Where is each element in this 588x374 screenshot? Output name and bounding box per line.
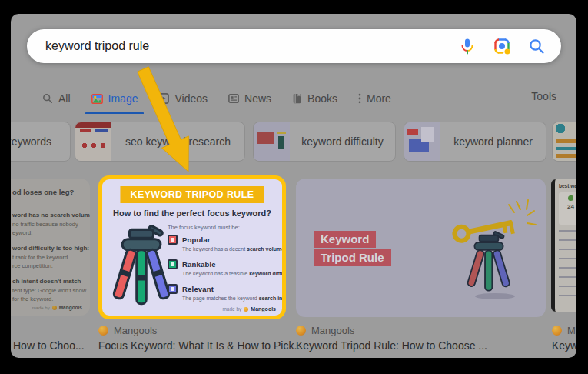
- book-icon: [292, 93, 302, 104]
- bullet-desc: The keyword has a decent search volume.: [182, 246, 282, 252]
- tab-all[interactable]: All: [42, 92, 71, 105]
- credit-prefix: made by: [32, 306, 50, 310]
- text-fragment: tent type: Google won't show: [12, 287, 86, 294]
- three-dots-icon: [358, 93, 361, 104]
- result4-caption-title[interactable]: Keyword Tripod Rule: [552, 339, 576, 352]
- source-name: Mangools: [114, 325, 157, 336]
- keyword-tripod-rule-infographic: KEYWORD TRIPOD RULE How to find the perf…: [102, 179, 282, 316]
- source-name: Mangools: [567, 325, 576, 336]
- play-video-icon: [158, 93, 169, 104]
- tab-books-label: Books: [307, 92, 337, 105]
- result3-source[interactable]: Mangools: [296, 325, 354, 336]
- indigo-square-icon: [168, 284, 178, 294]
- red-title-line2: Tripod Rule: [314, 249, 391, 266]
- tab-image-selected[interactable]: Image: [91, 92, 138, 105]
- desc-bold: search intent.: [259, 296, 282, 301]
- list-lines-art: [559, 230, 576, 304]
- infographic-subtitle: How to find the perfect focus keyword?: [102, 209, 282, 218]
- tab-news[interactable]: News: [228, 92, 271, 105]
- google-lens-camera-icon[interactable]: [492, 36, 512, 56]
- google-image-results-page: All Image Videos New: [11, 14, 576, 358]
- image-result-red-title-card[interactable]: Keyword Tripod Rule: [296, 179, 546, 317]
- image-result-cropped-right[interactable]: best way to 24: [551, 179, 576, 312]
- text-fragment: word difficulty is too high:: [12, 245, 89, 252]
- tab-videos-label: Videos: [174, 92, 208, 105]
- made-by-credit: made by Mangools: [222, 306, 276, 312]
- text-fragment: word has no search volume:: [12, 212, 90, 219]
- search-bar: [27, 29, 561, 63]
- image-result-cropped-left[interactable]: od loses one leg? word has no search vol…: [11, 179, 90, 316]
- text-fragment: ch intent doesn't match: [12, 278, 81, 285]
- stat-value: 24: [559, 203, 576, 210]
- tab-image-label: Image: [108, 92, 138, 105]
- desc-text: The keyword has a feasible: [182, 271, 249, 276]
- search-input[interactable]: [44, 38, 457, 54]
- tabs-divider: [11, 112, 576, 112]
- result4-source[interactable]: Mangools: [552, 325, 576, 336]
- credit-brand: Mangools: [251, 306, 276, 312]
- source-name: Mangools: [311, 325, 354, 336]
- related-chip-cropped[interactable]: [552, 122, 576, 162]
- bullet-relevant: Relevant The page matches the keyword se…: [168, 284, 282, 301]
- result-type-tabs: All Image Videos New: [42, 88, 391, 109]
- text-fragment: no traffic because nobody: [12, 221, 78, 228]
- bullet-rankable: Rankable The keyword has a feasible keyw…: [168, 259, 282, 276]
- chip-thumbnail: [75, 122, 111, 161]
- result-title-fragment: best way to: [559, 183, 576, 189]
- bullet-desc: The keyword has a feasible keyword diffi…: [182, 271, 282, 276]
- chip-label: keyword difficulty: [290, 135, 395, 148]
- related-chip-keyword-difficulty[interactable]: keyword difficulty: [253, 122, 396, 162]
- tripod-with-key-illustration: [443, 195, 540, 303]
- red-square-icon: [168, 235, 178, 245]
- newspaper-icon: [228, 93, 239, 104]
- infographic-title-fragment: od loses one leg?: [12, 188, 74, 196]
- chip-label: keywords: [11, 135, 70, 148]
- desc-text: The page matches the keyword: [182, 296, 259, 301]
- result1-caption-title[interactable]: How to Choo...: [13, 339, 85, 352]
- bullet-popular: Popular The keyword has a decent search …: [168, 235, 282, 252]
- bullet-label: Rankable: [182, 260, 216, 269]
- magnifier-icon: [42, 93, 53, 104]
- tab-more-label: More: [367, 92, 391, 105]
- chip-thumbnail: [553, 122, 576, 161]
- made-by-credit: made by Mangools: [32, 305, 82, 310]
- tab-videos[interactable]: Videos: [158, 92, 208, 105]
- chip-label: keyword planner: [440, 135, 546, 148]
- credit-brand: Mangools: [59, 305, 82, 310]
- green-square-icon: [168, 259, 178, 269]
- mangools-favicon: [552, 326, 562, 336]
- related-chip-keywords[interactable]: keywords: [11, 122, 71, 162]
- text-fragment: eyword.: [12, 229, 32, 236]
- related-chip-keyword-planner[interactable]: keyword planner: [404, 122, 546, 162]
- credit-prefix: made by: [222, 306, 241, 312]
- mangools-logo-icon: [244, 307, 248, 312]
- related-chip-seo-keyword-research[interactable]: seo keyword research: [75, 122, 245, 162]
- infographic-intro: The focus keyword must be:: [168, 224, 240, 231]
- image-result-highlighted[interactable]: KEYWORD TRIPOD RULE How to find the perf…: [98, 175, 286, 319]
- tab-books[interactable]: Books: [292, 92, 337, 105]
- search-submit-icon[interactable]: [527, 36, 546, 56]
- voice-search-mic-icon[interactable]: [457, 36, 477, 56]
- infographic-banner: KEYWORD TRIPOD RULE: [120, 186, 264, 203]
- desc-bold: search volume.: [247, 246, 282, 252]
- tripod-illustration: [111, 222, 171, 309]
- bullet-desc: The page matches the keyword search inte…: [182, 296, 282, 301]
- chip-thumbnail: [404, 122, 440, 161]
- desc-bold: keyword difficulty.: [249, 271, 282, 276]
- tools-button[interactable]: Tools: [531, 90, 556, 102]
- text-fragment: rce competition.: [12, 262, 53, 269]
- result3-caption-title[interactable]: Keyword Tripod Rule: How to Choose ...: [296, 339, 487, 352]
- red-title-line1: Keyword: [314, 231, 376, 248]
- leaf-icon: [568, 195, 573, 201]
- result2-caption-title[interactable]: Focus Keyword: What It Is & How to Pick.…: [98, 339, 303, 352]
- bullet-label: Popular: [182, 235, 211, 244]
- mangools-favicon: [296, 326, 306, 336]
- stat-card: 24: [559, 192, 576, 225]
- chip-label: seo keyword research: [111, 135, 244, 148]
- text-fragment: t rank for the keyword: [12, 254, 68, 261]
- result2-source[interactable]: Mangools: [98, 325, 157, 336]
- tab-more[interactable]: More: [358, 92, 391, 105]
- bullet-label: Relevant: [182, 285, 214, 293]
- tab-all-label: All: [58, 92, 71, 105]
- chip-thumbnail: [254, 122, 290, 161]
